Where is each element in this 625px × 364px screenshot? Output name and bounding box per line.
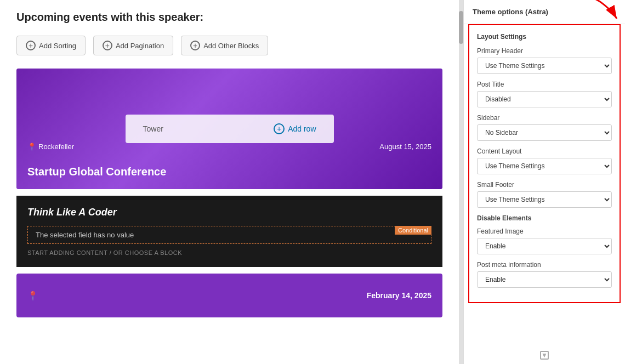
- circle-plus-icon: +: [190, 41, 200, 50]
- choose-block-text: START ADDING CONTENT / OR CHOOSE A BLOCK: [27, 249, 431, 256]
- small-footer-field: Small Footer Use Theme Settings Disabled…: [477, 181, 612, 208]
- sidebar-select[interactable]: No Sidebar Left Sidebar Right Sidebar: [477, 124, 612, 141]
- primary-header-select[interactable]: Use Theme Settings Disabled Enabled: [477, 58, 612, 74]
- event-date-2: February 14, 2025: [367, 291, 431, 300]
- add-other-blocks-label: Add Other Blocks: [203, 42, 259, 50]
- collapse-arrow-icon[interactable]: ▲: [610, 8, 616, 16]
- event-location: 📍 Rockefeller: [27, 143, 74, 151]
- main-content: Upcoming events with this speaker: + Add…: [0, 0, 459, 364]
- add-pagination-button[interactable]: + Add Pagination: [93, 36, 173, 55]
- tower-row-overlay: Tower + Add row: [126, 115, 334, 143]
- add-row-label: Add row: [288, 124, 316, 133]
- sidebar-scroll-indicator: ▼: [464, 346, 625, 364]
- add-sorting-button[interactable]: + Add Sorting: [16, 36, 86, 55]
- sidebar-header: Theme options (Astra) ▲: [464, 0, 625, 24]
- settings-panel: Layout Settings Primary Header Use Theme…: [468, 24, 621, 303]
- event-conference-name: Startup Global Conference: [27, 166, 166, 178]
- scrollbar-thumb[interactable]: [459, 11, 463, 44]
- sidebar-label: Sidebar: [477, 114, 612, 122]
- content-layout-field: Content Layout Use Theme Settings Normal…: [477, 147, 612, 174]
- content-layout-label: Content Layout: [477, 147, 612, 155]
- primary-header-label: Primary Header: [477, 47, 612, 55]
- disable-elements-label: Disable Elements: [477, 214, 612, 222]
- circle-plus-icon: +: [103, 41, 112, 50]
- add-sorting-label: Add Sorting: [39, 42, 76, 50]
- circle-plus-icon: +: [274, 123, 285, 134]
- small-footer-select[interactable]: Use Theme Settings Disabled Enabled: [477, 191, 612, 208]
- small-footer-label: Small Footer: [477, 181, 612, 189]
- tower-label: Tower: [143, 124, 163, 133]
- event-card-3: 📍 February 14, 2025: [16, 274, 442, 317]
- sidebar-header-title: Theme options (Astra): [473, 8, 548, 16]
- post-title-label: Post Title: [477, 81, 612, 88]
- post-meta-select[interactable]: Enable Disable: [477, 271, 612, 288]
- scroll-down-icon[interactable]: ▼: [540, 351, 549, 360]
- event-meta-bar: 📍 Rockefeller August 15, 2025: [16, 143, 442, 151]
- add-row-button[interactable]: + Add row: [274, 123, 316, 134]
- scrollbar[interactable]: [459, 0, 463, 364]
- featured-image-field: Featured Image Enable Disable: [477, 228, 612, 254]
- post-title-field: Post Title Disabled Use Theme Settings E…: [477, 81, 612, 107]
- settings-section-title: Layout Settings: [477, 33, 612, 41]
- add-pagination-label: Add Pagination: [116, 42, 164, 50]
- post-title-select[interactable]: Disabled Use Theme Settings Enabled: [477, 91, 612, 107]
- primary-header-field: Primary Header Use Theme Settings Disabl…: [477, 47, 612, 74]
- event-card-dark-title: Think Like A Coder: [27, 207, 431, 218]
- action-buttons: + Add Sorting + Add Pagination + Add Oth…: [16, 36, 442, 55]
- event-card-1: Tower + Add row 📍 Rockefeller August 15,…: [16, 69, 442, 189]
- featured-image-label: Featured Image: [477, 228, 612, 235]
- post-meta-field: Post meta information Enable Disable: [477, 261, 612, 288]
- circle-plus-icon: +: [26, 41, 36, 50]
- event-card-purple-bg: Tower + Add row 📍 Rockefeller August 15,…: [16, 69, 442, 189]
- field-placeholder-text: The selected field has no value: [36, 231, 134, 239]
- featured-image-select[interactable]: Enable Disable: [477, 238, 612, 254]
- event-date: August 15, 2025: [379, 143, 431, 151]
- location-pin-icon-2: 📍: [27, 291, 38, 301]
- event-card-2: Think Like A Coder The selected field ha…: [16, 196, 442, 267]
- location-pin-icon: 📍: [27, 143, 36, 151]
- conditional-badge: Conditional: [395, 226, 431, 235]
- add-other-blocks-button[interactable]: + Add Other Blocks: [181, 36, 268, 55]
- event-location-text: Rockefeller: [38, 143, 74, 151]
- sidebar-field: Sidebar No Sidebar Left Sidebar Right Si…: [477, 114, 612, 141]
- content-layout-select[interactable]: Use Theme Settings Normal Narrow Full Wi…: [477, 158, 612, 174]
- post-meta-label: Post meta information: [477, 261, 612, 269]
- page-title: Upcoming events with this speaker:: [16, 11, 442, 24]
- conditional-field: The selected field has no value Conditio…: [27, 226, 431, 244]
- right-sidebar: Theme options (Astra) ▲ Layout Settings …: [463, 0, 625, 364]
